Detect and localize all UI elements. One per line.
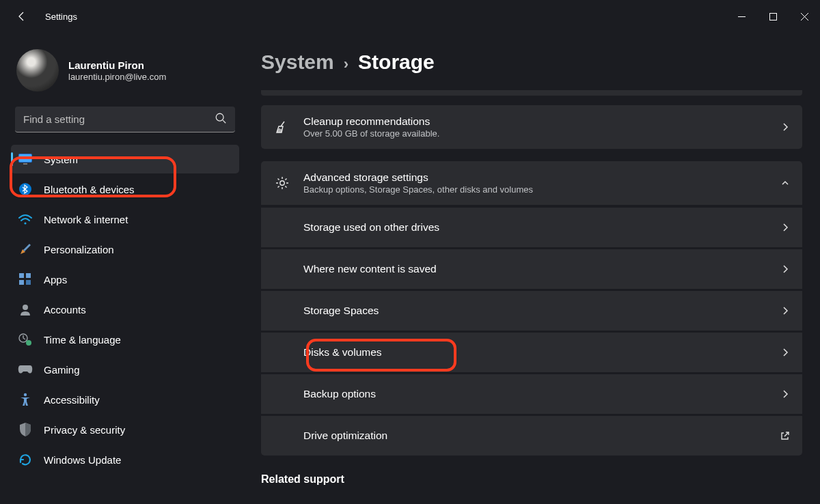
back-button[interactable]	[11, 5, 33, 27]
card-storage-spaces[interactable]: Storage Spaces	[261, 291, 802, 331]
sidebar-item-label: Network & internet	[44, 214, 128, 225]
card-subtitle: Over 5.00 GB of storage available.	[303, 128, 439, 139]
sidebar-item-gaming[interactable]: Gaming	[11, 355, 239, 384]
close-icon	[801, 13, 808, 20]
search-box	[15, 107, 235, 132]
app-title: Settings	[45, 12, 77, 22]
sidebar-item-label: Time & language	[44, 334, 121, 346]
card-advanced-storage[interactable]: Advanced storage settings Backup options…	[261, 161, 802, 205]
sidebar-item-label: Accounts	[44, 304, 86, 316]
sidebar-item-system[interactable]: System	[11, 145, 239, 173]
sidebar: Laurentiu Piron laurentiu.piron@live.com…	[0, 33, 246, 504]
clock-globe-icon	[18, 332, 33, 347]
collapsed-card-edge	[261, 90, 802, 96]
svg-point-2	[216, 113, 223, 121]
sidebar-item-label: Personalization	[44, 244, 114, 255]
card-storage-other-drives[interactable]: Storage used on other drives	[261, 208, 802, 247]
svg-rect-10	[19, 280, 24, 285]
sidebar-item-label: Bluetooth & devices	[44, 184, 135, 195]
breadcrumb: System › Storage	[261, 51, 802, 74]
card-cleanup-recommendations[interactable]: Cleanup recommendations Over 5.00 GB of …	[261, 105, 802, 149]
arrow-left-icon	[16, 11, 27, 22]
gear-icon	[273, 176, 291, 191]
profile-email: laurentiu.piron@live.com	[68, 72, 166, 82]
svg-rect-4	[19, 154, 31, 162]
sidebar-item-label: Accessibility	[44, 394, 100, 406]
maximize-icon	[769, 13, 777, 20]
sidebar-item-apps[interactable]: Apps	[11, 265, 239, 294]
card-title: Cleanup recommendations	[303, 115, 439, 128]
breadcrumb-parent[interactable]: System	[261, 51, 334, 74]
minimize-icon	[738, 13, 746, 20]
window-controls	[726, 5, 820, 28]
card-title: Storage used on other drives	[303, 221, 439, 234]
apps-icon	[18, 272, 33, 287]
sidebar-item-bluetooth[interactable]: Bluetooth & devices	[11, 175, 239, 204]
chevron-right-icon	[780, 264, 790, 274]
svg-point-12	[23, 305, 28, 310]
chevron-right-icon	[780, 223, 790, 232]
sidebar-item-accessibility[interactable]: Accessibility	[11, 385, 239, 414]
card-title: Advanced storage settings	[303, 171, 533, 184]
chevron-right-icon	[780, 389, 790, 399]
card-title: Where new content is saved	[303, 263, 437, 275]
card-title: Disks & volumes	[303, 346, 382, 359]
card-title: Storage Spaces	[303, 305, 379, 317]
sidebar-item-windows-update[interactable]: Windows Update	[11, 445, 239, 474]
sidebar-item-personalization[interactable]: Personalization	[11, 235, 239, 264]
sidebar-item-label: System	[44, 154, 78, 165]
person-icon	[18, 302, 33, 317]
svg-rect-9	[26, 273, 31, 278]
search-icon	[215, 112, 227, 124]
advanced-subitems: Storage used on other drives Where new c…	[261, 208, 802, 456]
breadcrumb-current: Storage	[358, 51, 435, 74]
settings-window: Settings Laurentiu Piron laurentiu.piron…	[0, 0, 820, 504]
svg-rect-0	[738, 16, 746, 17]
sidebar-item-label: Windows Update	[44, 454, 121, 466]
shield-icon	[18, 422, 33, 437]
display-icon	[18, 152, 33, 167]
chevron-up-icon	[780, 178, 790, 188]
chevron-right-icon	[780, 348, 790, 357]
chevron-right-icon	[780, 122, 790, 132]
paintbrush-icon	[18, 242, 33, 257]
card-drive-optimization[interactable]: Drive optimization	[261, 416, 802, 456]
sidebar-item-label: Apps	[44, 274, 67, 285]
svg-rect-5	[23, 163, 27, 165]
profile-block[interactable]: Laurentiu Piron laurentiu.piron@live.com	[16, 49, 234, 92]
svg-point-14	[26, 340, 31, 346]
sidebar-item-privacy[interactable]: Privacy & security	[11, 415, 239, 444]
card-where-new-content[interactable]: Where new content is saved	[261, 249, 802, 289]
profile-name: Laurentiu Piron	[68, 59, 166, 71]
sidebar-item-label: Privacy & security	[44, 424, 125, 436]
card-list: Cleanup recommendations Over 5.00 GB of …	[261, 105, 802, 456]
search-input[interactable]	[15, 107, 235, 132]
sidebar-item-accounts[interactable]: Accounts	[11, 295, 239, 324]
gamepad-icon	[18, 362, 33, 377]
close-button[interactable]	[789, 5, 820, 28]
card-title: Drive optimization	[303, 430, 387, 442]
svg-rect-11	[26, 280, 31, 285]
svg-point-7	[24, 222, 26, 224]
accessibility-icon	[18, 392, 33, 407]
chevron-right-icon: ›	[344, 55, 348, 73]
chevron-right-icon	[780, 306, 790, 316]
card-disks-volumes[interactable]: Disks & volumes	[261, 333, 802, 372]
maximize-button[interactable]	[757, 5, 789, 28]
main-content: System › Storage Cleanup recommendations…	[246, 33, 820, 504]
sidebar-item-network[interactable]: Network & internet	[11, 205, 239, 234]
card-subtitle: Backup options, Storage Spaces, other di…	[303, 184, 533, 195]
card-backup-options[interactable]: Backup options	[261, 374, 802, 414]
body: Laurentiu Piron laurentiu.piron@live.com…	[0, 33, 820, 504]
sidebar-item-label: Gaming	[44, 364, 80, 376]
avatar	[16, 49, 59, 92]
bluetooth-icon	[18, 182, 33, 197]
related-support-heading: Related support	[261, 473, 802, 486]
svg-point-15	[24, 393, 27, 396]
sidebar-item-time-language[interactable]: Time & language	[11, 325, 239, 354]
titlebar: Settings	[0, 0, 820, 33]
update-icon	[18, 452, 33, 467]
svg-point-16	[280, 181, 284, 185]
nav: System Bluetooth & devices Network & int…	[11, 145, 239, 474]
minimize-button[interactable]	[726, 5, 757, 28]
